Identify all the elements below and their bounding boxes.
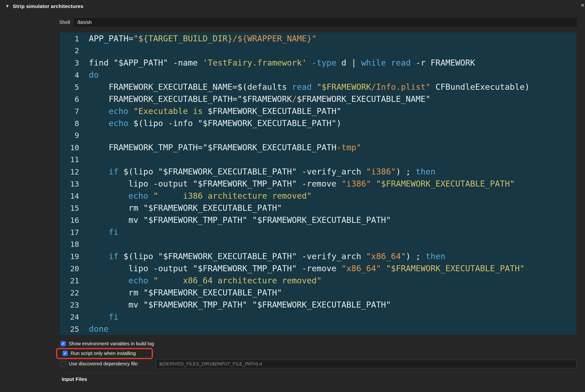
code-text: mv "$FRAMEWORK_TMP_PATH" "$FRAMEWORK_EXE… [89,298,391,311]
line-number: 4 [60,69,79,81]
code-line: 23 mv "$FRAMEWORK_TMP_PATH" "$FRAMEWORK_… [60,298,577,311]
option-run-script-only-when-installing[interactable]: ✓ Run script only when installing [62,350,136,357]
code-line: 21 echo " x86_64 architecture removed" [60,274,577,286]
code-text: do [89,69,99,81]
run-install-label: Run script only when installing [71,350,136,356]
code-line: 25done [60,323,577,335]
line-number: 9 [60,129,79,141]
shell-row: Shell [59,18,577,27]
line-number: 24 [60,311,79,323]
dependency-label: Use discovered dependency file: [69,361,139,366]
code-area[interactable]: 1APP_PATH="${TARGET_BUILD_DIR}/${WRAPPER… [60,32,577,335]
dependency-checkbox[interactable] [60,361,66,366]
line-number: 18 [60,238,79,250]
code-line: 3find "$APP_PATH" -name 'TestFairy.frame… [60,56,577,69]
dependency-file-input[interactable] [156,360,577,368]
code-text: APP_PATH="${TARGET_BUILD_DIR}/${WRAPPER_… [89,32,317,44]
line-number: 13 [60,178,79,190]
code-line: 16 mv "$FRAMEWORK_TMP_PATH" "$FRAMEWORK_… [60,214,577,226]
code-line: 17 fi [60,226,577,238]
line-number: 7 [60,105,79,117]
code-line: 7 echo "Executable is $FRAMEWORK_EXECUTA… [60,105,577,117]
script-editor[interactable]: 1APP_PATH="${TARGET_BUILD_DIR}/${WRAPPER… [60,32,577,335]
code-line: 13 lipo -output "$FRAMEWORK_TMP_PATH" -r… [60,178,577,190]
code-text: find "$APP_PATH" -name 'TestFairy.framew… [89,56,475,69]
code-line: 18 [60,238,577,250]
code-text: FRAMEWORK_EXECUTABLE_NAME=$(defaults rea… [89,81,530,93]
option-show-env-variables[interactable]: ✓ Show environment variables in build lo… [60,340,154,347]
code-line: 12 if $(lipo "$FRAMEWORK_EXECUTABLE_PATH… [60,166,577,178]
shell-input[interactable] [74,18,577,26]
code-line: 9 [60,129,577,141]
line-number: 14 [60,190,79,202]
line-number: 15 [60,202,79,214]
option-discovered-dependency-file[interactable]: Use discovered dependency file: [60,360,139,367]
code-text: FRAMEWORK_TMP_PATH="$FRAMEWORK_EXECUTABL… [89,141,361,154]
code-text: lipo -output "$FRAMEWORK_TMP_PATH" -remo… [89,178,515,190]
code-text: rm "$FRAMEWORK_EXECUTABLE_PATH" [89,202,282,214]
code-line: 14 echo " i386 architecture removed" [60,190,577,202]
show-env-label: Show environment variables in build log [69,341,154,346]
line-number: 5 [60,81,79,93]
code-line: 4do [60,69,577,81]
code-line: 22 rm "$FRAMEWORK_EXECUTABLE_PATH" [60,286,577,298]
input-files-title: Input Files [62,376,87,382]
code-text: FRAMEWORK_EXECUTABLE_PATH="$FRAMEWORK/$F… [89,93,430,105]
line-number: 3 [60,57,79,69]
line-number: 23 [60,299,79,311]
code-line: 20 lipo -output "$FRAMEWORK_TMP_PATH" -r… [60,262,577,274]
shell-label: Shell [59,20,71,25]
code-text: if $(lipo "$FRAMEWORK_EXECUTABLE_PATH" -… [89,166,436,178]
code-line: 11 [60,154,577,166]
code-line: 2 [60,44,577,56]
line-number: 8 [60,117,79,130]
code-line: 15 rm "$FRAMEWORK_EXECUTABLE_PATH" [60,202,577,214]
disclosure-triangle-icon[interactable]: ▼ [5,4,9,9]
run-install-checkbox[interactable]: ✓ [62,350,68,356]
show-env-checkbox[interactable]: ✓ [60,341,66,346]
line-number: 1 [60,33,79,45]
line-number: 2 [60,44,79,56]
code-text: lipo -output "$FRAMEWORK_TMP_PATH" -remo… [89,262,525,274]
line-number: 11 [60,154,79,166]
code-line: 8 echo $(lipo -info "$FRAMEWORK_EXECUTAB… [60,117,577,129]
code-text: fi [89,226,118,238]
line-number: 6 [60,93,79,105]
close-icon[interactable]: × [581,2,585,9]
code-text: mv "$FRAMEWORK_TMP_PATH" "$FRAMEWORK_EXE… [89,214,391,226]
code-text: done [89,323,109,335]
section-divider [60,373,577,373]
code-line: 6 FRAMEWORK_EXECUTABLE_PATH="$FRAMEWORK/… [60,93,577,105]
line-number: 22 [60,287,79,299]
line-number: 16 [60,214,79,226]
code-text: fi [89,311,118,323]
line-number: 25 [60,323,79,335]
line-number: 17 [60,226,79,238]
code-text: if $(lipo "$FRAMEWORK_EXECUTABLE_PATH" -… [89,250,445,262]
line-number: 10 [60,142,79,154]
code-line: 24 fi [60,311,577,323]
code-line: 1APP_PATH="${TARGET_BUILD_DIR}/${WRAPPER… [60,32,577,44]
code-line: 19 if $(lipo "$FRAMEWORK_EXECUTABLE_PATH… [60,250,577,262]
code-text: echo "Executable is $FRAMEWORK_EXECUTABL… [89,105,341,117]
code-text: echo $(lipo -info "$FRAMEWORK_EXECUTABLE… [89,117,341,129]
code-text: echo " x86_64 architecture removed" [89,274,322,286]
code-text: echo " i386 architecture removed" [89,190,312,202]
line-number: 21 [60,275,79,287]
phase-title: Strip simulator architectures [13,4,83,9]
code-text: rm "$FRAMEWORK_EXECUTABLE_PATH" [89,286,282,298]
line-number: 20 [60,262,79,275]
code-line: 10 FRAMEWORK_TMP_PATH="$FRAMEWORK_EXECUT… [60,141,577,154]
line-number: 19 [60,250,79,262]
code-line: 5 FRAMEWORK_EXECUTABLE_NAME=$(defaults r… [60,81,577,93]
build-phase-header: ▼ Strip simulator architectures [0,0,585,12]
line-number: 12 [60,166,79,178]
